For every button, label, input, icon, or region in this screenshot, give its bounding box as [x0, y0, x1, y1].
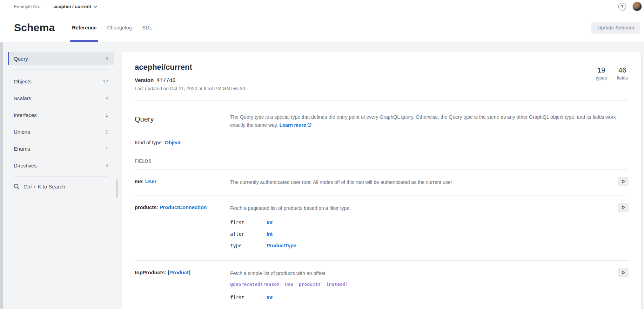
card-divider	[135, 100, 629, 101]
tab-bar: Reference Changelog SDL	[67, 13, 157, 42]
sidebar-item-enums[interactable]: Enums 1	[8, 142, 114, 155]
field-args: first Int after Int type ProductType	[230, 217, 604, 251]
page-title: Schema	[14, 22, 55, 34]
user-avatar[interactable]	[632, 2, 642, 11]
field-row-products: products: ProductConnection Fetch a pagi…	[135, 195, 629, 261]
org-label: Example Co.:	[14, 4, 41, 9]
search-icon	[14, 184, 20, 190]
chevron-down-icon	[94, 6, 97, 8]
arg-row: first Int	[230, 217, 604, 228]
kind-of-type-line: Kind of type:Object	[135, 140, 629, 145]
field-name-text: topProducts:	[135, 270, 166, 275]
sidebar-item-count: 3	[105, 56, 108, 61]
sidebar-item-count: 1	[105, 112, 108, 118]
version-label: Version	[135, 77, 154, 83]
sidebar-item-interfaces[interactable]: Interfaces 1	[8, 108, 114, 122]
field-details: Fetch a paginated list of products based…	[230, 205, 629, 251]
version-line: Version4f77d0	[135, 77, 629, 83]
field-row-topproducts: topProducts: [Product] Fetch a simple li…	[135, 261, 629, 309]
stat-value: 19	[596, 66, 607, 74]
field-description: Fetch a paginated list of products based…	[230, 205, 604, 212]
field-name-text: me:	[135, 179, 144, 184]
sidebar-item-directives[interactable]: Directives 4	[8, 159, 114, 172]
field-type-link[interactable]: Product	[169, 270, 189, 275]
sidebar-item-unions[interactable]: Unions 1	[8, 125, 114, 138]
field-details: The currently authenticated user root. A…	[230, 179, 629, 186]
search-trigger[interactable]: Ctrl + K to Search	[8, 184, 114, 190]
field-name: me: User	[135, 179, 230, 186]
tab-sdl[interactable]: SDL	[137, 13, 157, 42]
sidebar-item-count: 4	[105, 163, 108, 168]
page-header: Schema Reference Changelog SDL Update Sc…	[0, 13, 644, 42]
schema-stats: 19 types 46 fields	[596, 66, 628, 81]
sidebar-divider	[13, 176, 108, 177]
stat-fields: 46 fields	[617, 66, 628, 81]
left-scrollbar[interactable]	[0, 42, 3, 309]
schema-card-header: acephei/current Version4f77d0 Last updat…	[122, 52, 641, 101]
arg-name: first	[230, 295, 267, 300]
deprecated-annotation: @deprecated(reason: Use `products` inste…	[230, 282, 604, 287]
type-description: The Query type is a special type that de…	[230, 113, 616, 129]
sidebar-item-label: Scalars	[14, 95, 31, 101]
arg-type-link[interactable]: Int	[267, 231, 273, 237]
sidebar-item-label: Objects	[14, 78, 32, 84]
run-field-button[interactable]	[618, 177, 629, 186]
graph-selector-dropdown[interactable]: acephei / current	[53, 4, 97, 9]
arg-type-link[interactable]: Int	[267, 220, 273, 225]
stat-types: 19 types	[596, 66, 607, 81]
arg-name: type	[230, 243, 267, 248]
arg-row: type ProductType	[230, 240, 604, 251]
schema-sidebar: Query 3 Objects 12 Scalars 4 Interfaces …	[8, 52, 114, 190]
arg-row: after Int	[230, 228, 604, 240]
arg-row: first Int	[230, 291, 604, 303]
sidebar-item-label: Enums	[14, 146, 30, 152]
field-type-link[interactable]: User	[145, 179, 156, 184]
field-name: products: ProductConnection	[135, 205, 230, 251]
stat-label: types	[596, 75, 607, 81]
sidebar-item-count: 4	[105, 96, 108, 101]
field-row-me: me: User The currently authenticated use…	[135, 170, 629, 195]
schema-card: acephei/current Version4f77d0 Last updat…	[122, 52, 642, 309]
field-type-link[interactable]: ProductConnection	[160, 205, 207, 210]
type-section-top: Query The Query type is a special type t…	[135, 113, 629, 129]
sidebar-item-scalars[interactable]: Scalars 4	[8, 91, 114, 105]
last-updated: Last updated on Oct 21, 2020 at 9:53 PM …	[135, 86, 629, 91]
tab-changelog[interactable]: Changelog	[102, 13, 137, 42]
kind-value-link[interactable]: Object	[165, 140, 181, 145]
learn-more-link[interactable]: Learn more	[280, 122, 306, 128]
play-icon	[621, 179, 625, 184]
arg-type-link[interactable]: Int	[267, 295, 273, 300]
version-value: 4f77d0	[156, 77, 175, 83]
graph-selector-label: acephei / current	[53, 4, 91, 9]
field-description: The currently authenticated user root. A…	[230, 179, 604, 186]
field-details: Fetch a simple list of products with an …	[230, 270, 629, 303]
tab-reference[interactable]: Reference	[67, 13, 102, 42]
sidebar-item-label: Interfaces	[14, 112, 37, 118]
update-schema-button[interactable]: Update Schema	[591, 22, 640, 34]
stat-value: 46	[617, 66, 628, 74]
stat-label: fields	[617, 75, 628, 81]
sidebar-scrollbar-thumb[interactable]	[116, 179, 118, 198]
kind-label: Kind of type:	[135, 140, 163, 145]
play-icon	[621, 270, 625, 275]
type-name: Query	[135, 113, 230, 129]
sidebar-item-query[interactable]: Query 3	[8, 52, 114, 65]
external-link-icon	[307, 123, 311, 127]
type-bracket: ]	[189, 270, 190, 275]
arg-type-link[interactable]: ProductType	[267, 243, 296, 248]
search-hint: Ctrl + K to Search	[24, 184, 65, 190]
field-args: first Int	[230, 291, 604, 303]
sidebar-item-label: Directives	[14, 163, 37, 169]
run-field-button[interactable]	[618, 268, 629, 277]
sidebar-item-objects[interactable]: Objects 12	[8, 75, 114, 88]
sidebar-item-label: Unions	[14, 129, 30, 135]
page-body: Query 3 Objects 12 Scalars 4 Interfaces …	[0, 42, 644, 309]
sidebar-item-count: 1	[105, 146, 108, 151]
field-name: topProducts: [Product]	[135, 270, 230, 303]
top-bar: Example Co.: acephei / current ?	[0, 0, 644, 13]
sidebar-item-count: 1	[105, 129, 108, 135]
arg-name: after	[230, 231, 267, 237]
help-icon[interactable]: ?	[618, 3, 626, 11]
run-field-button[interactable]	[618, 203, 629, 212]
sidebar-item-count: 12	[103, 79, 108, 84]
